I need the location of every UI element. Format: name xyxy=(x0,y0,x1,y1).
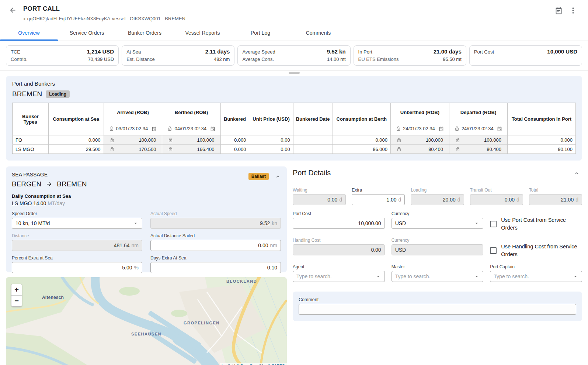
master-search-select[interactable]: Type to search. xyxy=(392,271,484,282)
cell-unit-price[interactable]: 0.00 xyxy=(249,135,293,145)
use-port-cost-checkbox[interactable] xyxy=(490,221,497,227)
cell-value: 166.400 xyxy=(173,147,214,152)
field-label: Distance xyxy=(12,233,142,238)
actual-speed-field: 9.52 kn xyxy=(150,218,281,229)
collapse-chevron-up-icon[interactable] xyxy=(275,173,281,180)
lock-icon xyxy=(397,147,401,152)
field-value: 9.52 xyxy=(260,220,270,226)
departed-date: 24/01/23 02:34 xyxy=(462,126,495,131)
stat-label: Average Speed xyxy=(242,48,275,56)
field-label: Actual Distance Sailed xyxy=(150,233,281,238)
table-row-fo: FO 0.000 100.000 100.000 0.000 0.00 0.00… xyxy=(13,135,576,145)
collapse-chevron-up-icon[interactable] xyxy=(574,170,580,176)
stat-value2: 70,439 USD xyxy=(88,56,114,63)
stat-label: TCE xyxy=(11,48,20,56)
tab-bunker-orders[interactable]: Bunker Orders xyxy=(116,26,174,41)
calendar-icon[interactable] xyxy=(497,126,502,131)
field-label: Currency xyxy=(392,238,484,243)
berthed-date-picker[interactable]: 04/01/23 02:34 xyxy=(164,126,218,131)
cell-consumption-at-berth[interactable]: 0.000 xyxy=(333,135,390,145)
currency-select[interactable]: USD xyxy=(392,218,484,229)
unberthed-date-picker[interactable]: 24/01/23 02:34 xyxy=(393,126,447,131)
percent-extra-at-sea-field[interactable]: 5.00 % xyxy=(12,262,142,273)
speed-order-select[interactable]: 10 kn, 10 MT/d xyxy=(12,218,142,229)
stat-value: 10,000 USD xyxy=(547,48,577,55)
stat-value2: 482 nm xyxy=(214,56,230,63)
departed-date-picker[interactable]: 24/01/23 02:34 xyxy=(452,126,505,131)
lock-icon xyxy=(168,138,173,142)
port-cost-field[interactable]: 10,000.00 xyxy=(293,218,385,229)
openstreetmap-link[interactable]: © OpenStreetMap xyxy=(236,364,268,365)
agent-search-select[interactable]: Type to search. xyxy=(293,271,385,282)
field-label: Days Extra At Sea xyxy=(150,255,281,261)
calendar-icon[interactable] xyxy=(555,7,563,14)
map-label-groepelingen: GRÖPELINGEN xyxy=(184,321,220,325)
col-unit-price: Unit Price (USD) xyxy=(249,103,293,135)
stat-label2: Average Cons. xyxy=(242,56,274,63)
search-placeholder: Type to search. xyxy=(395,273,474,279)
field-unit: d xyxy=(516,197,519,203)
calendar-icon[interactable] xyxy=(210,126,215,131)
waiting-field: 0.00 d xyxy=(293,194,346,205)
field-unit: d xyxy=(399,197,401,203)
route-to: BREMEN xyxy=(57,180,87,188)
field-value: 1.00 xyxy=(386,197,396,203)
tab-overview[interactable]: Overview xyxy=(0,26,58,41)
tab-service-orders[interactable]: Service Orders xyxy=(58,26,116,41)
cell-bunkered-date[interactable] xyxy=(293,145,333,154)
field-label: Extra xyxy=(352,187,405,193)
extra-field[interactable]: 1.00 d xyxy=(352,194,405,205)
field-unit: d xyxy=(339,197,342,203)
tab-vessel-reports[interactable]: Vessel Reports xyxy=(174,26,232,41)
zoom-out-button[interactable]: − xyxy=(11,295,22,306)
cell-value: 80.400 xyxy=(460,147,501,152)
cell-consumption-at-sea[interactable]: 0.000 xyxy=(48,135,104,145)
calendar-icon[interactable] xyxy=(439,126,444,131)
col-bunker-types: Bunker Types xyxy=(13,103,49,135)
field-value: 10,000.00 xyxy=(358,220,381,226)
port-captain-search-select[interactable]: Type to search. xyxy=(490,271,582,282)
calendar-icon[interactable] xyxy=(152,126,157,131)
back-arrow-icon[interactable] xyxy=(9,6,17,14)
stat-value: 9.52 kn xyxy=(327,48,346,55)
currency-value: USD xyxy=(395,247,480,253)
cell-bunkered-date[interactable] xyxy=(293,135,333,145)
stat-label2: Contrib. xyxy=(11,56,28,63)
bunker-type: FO xyxy=(13,135,49,145)
cell-bunkered[interactable]: 0.000 xyxy=(220,135,249,145)
cell-consumption-at-sea[interactable]: 29.500 xyxy=(48,145,104,154)
carto-link[interactable]: © CARTO xyxy=(268,364,285,365)
tab-comments[interactable]: Comments xyxy=(289,26,347,41)
use-handling-cost-checkbox[interactable] xyxy=(490,247,497,254)
arrived-date-picker[interactable]: 03/01/23 02:34 xyxy=(106,126,160,131)
tab-port-log[interactable]: Port Log xyxy=(232,26,289,41)
sea-passage-section: SEA PASSAGE BERGEN BREMEN Ballast Daily … xyxy=(6,166,287,272)
map-attribution: Leaflet | © OpenStreetMap© CARTO xyxy=(220,363,287,365)
map-label-blockland: BLOCKLAND xyxy=(226,279,257,283)
col-consumption-at-sea: Consumption at Sea xyxy=(48,103,104,135)
cell-arrived-rob: 170.500 xyxy=(107,145,159,154)
leaflet-link[interactable]: Leaflet xyxy=(222,364,233,365)
field-label: Loading xyxy=(411,187,464,193)
kebab-menu-icon[interactable] xyxy=(572,7,574,14)
map[interactable]: BLOCKLAND Altenesch GRÖPELINGEN SEEHAUSE… xyxy=(6,277,287,365)
comment-input[interactable] xyxy=(299,304,576,315)
port-details-section: Port Details Waiting 0.00 d Extra 1.00 d xyxy=(293,166,582,282)
drag-handle[interactable] xyxy=(289,72,300,74)
actual-distance-sailed-field[interactable]: 0.00 nm xyxy=(150,240,281,251)
cell-bunkered[interactable]: 0.000 xyxy=(220,145,249,154)
cell-berthed-rob: 166.400 xyxy=(165,145,217,154)
field-unit: nm xyxy=(132,242,139,248)
cell-unit-price[interactable]: 0.00 xyxy=(249,145,293,154)
field-value: 20.00 xyxy=(443,197,456,203)
col-departed-rob: Departed (ROB) xyxy=(449,103,507,122)
map-label-seehausen: SEEHAUSEN xyxy=(131,332,161,336)
stat-value: 1,214 USD xyxy=(87,48,114,55)
transit-out-field: 0.00 d xyxy=(470,194,523,205)
stat-value: 2.11 days xyxy=(205,48,230,55)
lock-icon xyxy=(455,138,460,142)
zoom-in-button[interactable]: + xyxy=(11,284,22,295)
days-extra-at-sea-field[interactable]: 0.10 xyxy=(150,262,281,273)
total-field: 21.00 d xyxy=(529,194,582,205)
cell-consumption-at-berth[interactable]: 86.000 xyxy=(333,145,390,154)
